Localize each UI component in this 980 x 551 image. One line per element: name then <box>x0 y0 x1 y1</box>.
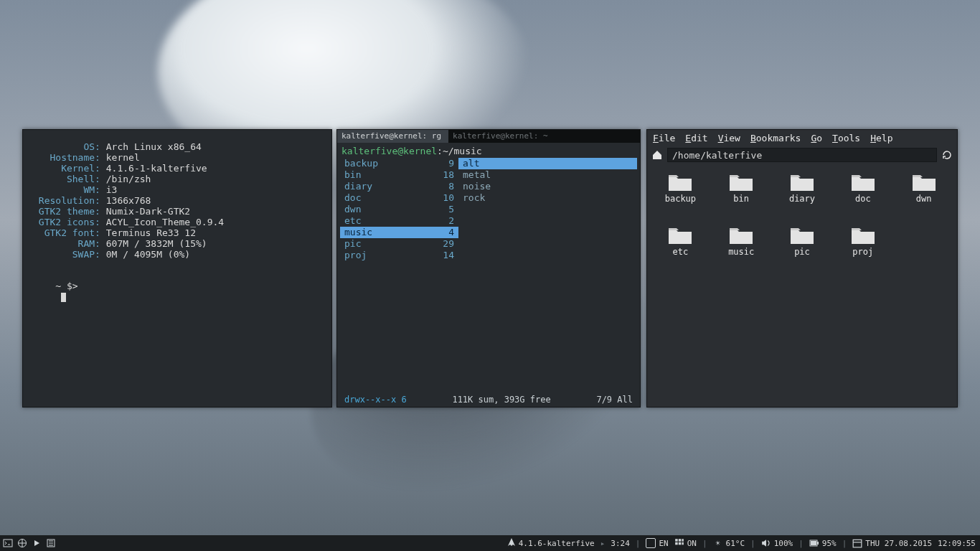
folder-proj[interactable]: proj <box>832 225 893 276</box>
menu-edit[interactable]: Edit <box>685 133 707 143</box>
svg-rect-12 <box>853 540 862 547</box>
svg-rect-5 <box>682 539 683 542</box>
location-input[interactable] <box>667 148 937 162</box>
ranger-current-column[interactable]: alt metal noise rock <box>458 158 637 393</box>
svg-rect-3 <box>675 539 678 542</box>
menu-go[interactable]: Go <box>811 133 822 143</box>
statusbar[interactable]: 4.1.6-kalterfive ▸ 3:24 | EN ON | ☀61°C … <box>0 535 980 551</box>
ranger-row[interactable]: music4 <box>340 227 458 238</box>
browser-launcher-icon[interactable] <box>17 538 27 548</box>
grid-icon <box>674 538 684 548</box>
sysinfo-row: Kernel: 4.1.6-1-kalterfive <box>33 163 321 174</box>
ranger-row[interactable]: alt <box>458 158 637 169</box>
prompt: ~ $> <box>55 281 77 291</box>
ranger-statusbar: drwx--x--x 6 111K sum, 393G free 7/9 All <box>340 393 637 407</box>
menu-help[interactable]: Help <box>870 133 892 143</box>
kb-status: ON <box>687 539 697 548</box>
filemanager-launcher-icon[interactable] <box>46 538 56 548</box>
folder-diary[interactable]: diary <box>772 172 833 222</box>
ranger-row[interactable]: dwn5 <box>340 204 458 215</box>
menu-bookmarks[interactable]: Bookmarks <box>750 133 801 143</box>
sysinfo-row: GTK2 theme: Numix-Dark-GTK2 <box>33 206 321 217</box>
sysinfo-row: OS: Arch Linux x86_64 <box>33 141 321 152</box>
sysinfo-row: WM: i3 <box>33 184 321 195</box>
sysinfo-row: RAM: 607M / 3832M (15%) <box>33 238 321 249</box>
ranger-path: kalterfive@kernel:~/music <box>341 146 637 156</box>
menubar[interactable]: FileEditViewBookmarksGoToolsHelp <box>647 130 957 146</box>
layout-indicator[interactable]: EN <box>659 539 668 548</box>
svg-rect-0 <box>4 540 12 547</box>
cursor <box>61 293 66 302</box>
menu-tools[interactable]: Tools <box>832 133 860 143</box>
folder-pic[interactable]: pic <box>772 225 833 276</box>
ranger-row[interactable]: metal <box>458 169 637 181</box>
file-manager[interactable]: FileEditViewBookmarksGoToolsHelp backupb… <box>646 129 958 408</box>
svg-rect-11 <box>811 541 816 545</box>
temp-icon: ☀ <box>713 538 723 548</box>
ranger-row[interactable]: diary8 <box>340 181 458 192</box>
menu-file[interactable]: File <box>653 133 675 143</box>
home-icon[interactable] <box>651 150 663 160</box>
calendar-icon[interactable] <box>852 538 862 548</box>
ranger-row[interactable]: pic29 <box>340 238 458 250</box>
date: THU 27.08.2015 <box>865 539 932 548</box>
volume-icon[interactable] <box>761 538 771 548</box>
ranger-row[interactable]: etc2 <box>340 215 458 227</box>
ranger-row[interactable]: doc10 <box>340 192 458 204</box>
svg-rect-10 <box>817 542 819 545</box>
menu-view[interactable]: View <box>718 133 740 143</box>
folder-bin[interactable]: bin <box>711 172 772 222</box>
tab-shell[interactable]: kalterfive@kernel: ~ <box>448 130 555 143</box>
ranger-row[interactable]: proj14 <box>340 250 458 261</box>
svg-rect-7 <box>679 542 682 545</box>
uptime: 3:24 <box>611 539 630 548</box>
temperature: 61°C <box>726 539 745 548</box>
terminal-ranger[interactable]: kalterfive@kernel: rg kalterfive@kernel:… <box>336 129 641 408</box>
sysinfo-row: Resolution: 980x551 <box>33 195 321 206</box>
sysinfo-row: Hostname: kernel <box>33 152 321 163</box>
svg-rect-6 <box>675 542 678 545</box>
folder-backup[interactable]: backup <box>650 172 711 222</box>
sysinfo-row: Shell: /bin/zsh <box>33 174 321 184</box>
ranger-parent-column[interactable]: backup9bin18diary8doc10dwn5etc2music4pic… <box>340 158 458 393</box>
folder-music[interactable]: music <box>711 225 772 276</box>
terminal-launcher-icon[interactable] <box>3 538 13 548</box>
tab-bar: kalterfive@kernel: rg kalterfive@kernel:… <box>337 130 640 143</box>
tab-ranger[interactable]: kalterfive@kernel: rg <box>337 130 448 143</box>
file-grid[interactable]: backupbindiarydocdwnetcmusicpicproj <box>647 165 957 407</box>
go-icon[interactable] <box>941 149 953 161</box>
time: 12:09:55 <box>938 539 976 548</box>
ranger-row[interactable]: rock <box>458 192 637 204</box>
folder-dwn[interactable]: dwn <box>893 172 954 222</box>
sysinfo-row: SWAP: 0M / 4095M (0%) <box>33 249 321 260</box>
arch-icon <box>507 538 516 549</box>
sysinfo-row: GTK2 icons: ACYL_Icon_Theme_0.9.4 <box>33 217 321 227</box>
svg-rect-8 <box>682 542 683 545</box>
kernel-version: 4.1.6-kalterfive <box>519 539 595 548</box>
ranger-row[interactable]: bin18 <box>340 169 458 181</box>
terminal-sysinfo[interactable]: OS: Arch Linux x86_64 Hostname: kernel K… <box>22 129 332 408</box>
location-bar <box>647 146 957 165</box>
ranger-row[interactable]: backup9 <box>340 158 458 169</box>
volume: 100% <box>774 539 793 548</box>
ranger-row[interactable]: noise <box>458 181 637 192</box>
play-launcher-icon[interactable] <box>32 538 42 548</box>
sysinfo-row: GTK2 font: Terminus Re33 12 <box>33 227 321 238</box>
battery-icon <box>809 538 819 548</box>
keyboard-icon <box>646 538 656 548</box>
svg-rect-4 <box>679 539 682 542</box>
folder-doc[interactable]: doc <box>832 172 893 222</box>
folder-etc[interactable]: etc <box>650 225 711 276</box>
battery: 95% <box>822 539 837 548</box>
